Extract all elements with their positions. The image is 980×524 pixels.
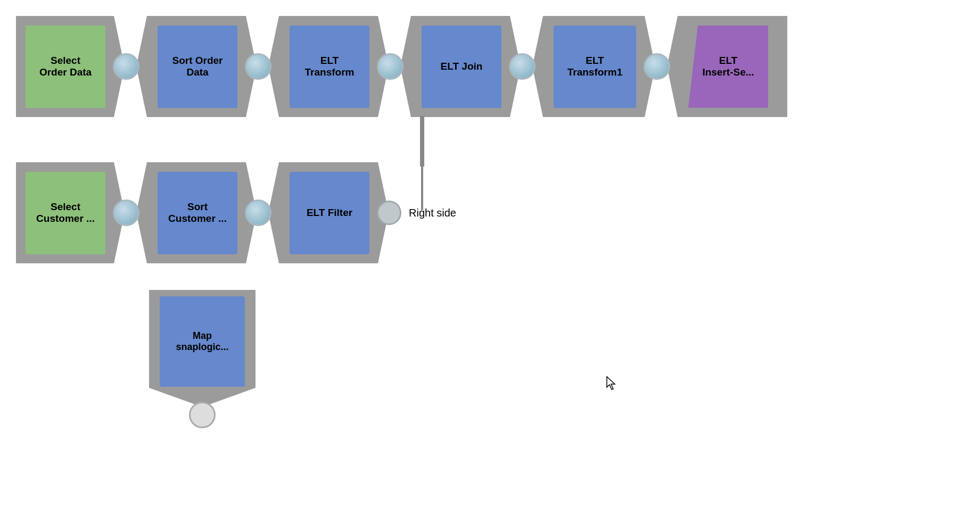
segment-select-order[interactable]: Select Order Data: [16, 16, 125, 117]
node-wrapper-elt-transform1: ELT Transform1: [532, 16, 670, 117]
connector-sort-order: [245, 53, 271, 80]
node-box-sort-customer[interactable]: Sort Customer ...: [158, 172, 237, 254]
pipeline-row-1: Select Order Data Sort Order Data ELT Tr…: [16, 16, 787, 117]
node-box-elt-filter[interactable]: ELT Filter: [290, 172, 369, 254]
pipeline-row-2: Select Customer ... Sort Customer ... EL…: [16, 162, 456, 263]
segment-elt-transform[interactable]: ELT Transform: [268, 16, 389, 117]
row-connector-vertical: [420, 116, 424, 167]
pipeline-row-3: Map snaplogic...: [149, 290, 256, 428]
node-wrapper-sort-order: Sort Order Data: [136, 16, 271, 117]
segment-select-customer[interactable]: Select Customer ...: [16, 162, 125, 263]
node-box-elt-transform[interactable]: ELT Transform: [290, 26, 369, 108]
segment-elt-filter[interactable]: ELT Filter: [268, 162, 389, 263]
segment-sort-order[interactable]: Sort Order Data: [136, 16, 257, 117]
connector-elt-transform: [377, 53, 403, 80]
segment-elt-transform1[interactable]: ELT Transform1: [532, 16, 655, 117]
node-box-sort-order[interactable]: Sort Order Data: [158, 26, 237, 108]
segment-sort-customer[interactable]: Sort Customer ...: [136, 162, 257, 263]
node-wrapper-elt-transform: ELT Transform: [268, 16, 403, 117]
node-box-elt-join[interactable]: ELT Join: [422, 26, 501, 108]
connector-elt-transform1: [644, 53, 670, 80]
node-box-map-snaplogic[interactable]: Map snaplogic...: [160, 296, 245, 387]
node-wrapper-sort-customer: Sort Customer ...: [136, 162, 271, 263]
node-box-select-customer[interactable]: Select Customer ...: [26, 172, 105, 254]
node-box-elt-insert[interactable]: ELT Insert-Se...: [688, 26, 768, 108]
connector-elt-filter-out: [377, 201, 401, 225]
node-wrapper-elt-join: ELT Join: [400, 16, 536, 117]
cursor: [606, 376, 619, 393]
node-box-select-order[interactable]: Select Order Data: [26, 26, 105, 108]
cursor-icon: [606, 376, 619, 390]
connector-sort-customer: [245, 199, 271, 226]
node-wrapper-elt-insert: ELT Insert-Se...: [667, 16, 787, 117]
pipeline-canvas: Select Order Data Sort Order Data ELT Tr…: [0, 0, 980, 524]
connector-select-order: [113, 53, 139, 80]
segment-elt-join[interactable]: ELT Join: [400, 16, 521, 117]
node-box-elt-transform1[interactable]: ELT Transform1: [554, 26, 636, 108]
connector-map-snaplogic-out: [189, 402, 216, 428]
node-wrapper-elt-filter: ELT Filter: [268, 162, 401, 263]
segment-map-snaplogic[interactable]: Map snaplogic...: [149, 290, 256, 407]
node-wrapper-select-order: Select Order Data: [16, 16, 139, 117]
connector-select-customer: [113, 199, 139, 226]
right-side-label: Right side: [409, 207, 456, 219]
node-wrapper-map-snaplogic: Map snaplogic...: [149, 290, 256, 428]
connector-elt-join: [509, 53, 536, 80]
node-wrapper-select-customer: Select Customer ...: [16, 162, 139, 263]
segment-elt-insert[interactable]: ELT Insert-Se...: [667, 16, 787, 117]
